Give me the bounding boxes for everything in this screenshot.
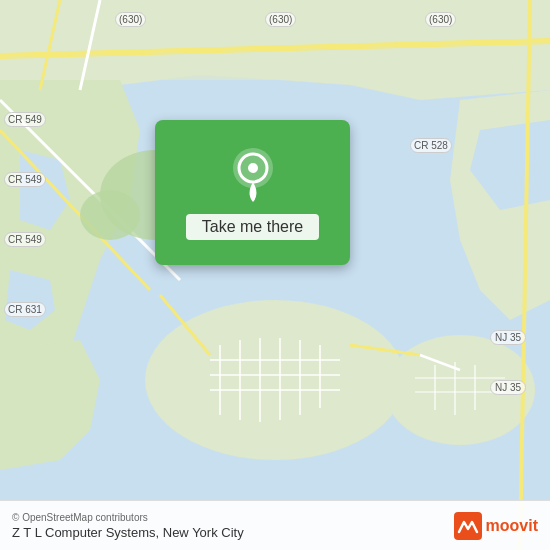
road-label-nj35-2: NJ 35 [490, 330, 526, 345]
map-container: CR 549 CR 549 CR 549 CR 631 CR 528 (630)… [0, 0, 550, 550]
road-label-cr549-1: CR 549 [4, 112, 46, 127]
road-label-cr528: CR 528 [410, 138, 452, 153]
moovit-logo-icon [454, 512, 482, 540]
road-label-630-2: (630) [265, 12, 296, 27]
location-name: Z T L Computer Systems, New York City [12, 525, 244, 540]
take-me-there-button[interactable]: Take me there [155, 120, 350, 265]
location-pin-icon [228, 146, 278, 206]
svg-point-39 [248, 163, 258, 173]
bottom-bar: © OpenStreetMap contributors Z T L Compu… [0, 500, 550, 550]
road-label-630-1: (630) [115, 12, 146, 27]
road-label-cr631: CR 631 [4, 302, 46, 317]
moovit-text: moovit [486, 517, 538, 535]
svg-rect-40 [454, 512, 482, 540]
road-label-cr549-2: CR 549 [4, 172, 46, 187]
map-svg [0, 0, 550, 550]
moovit-logo: moovit [454, 512, 538, 540]
road-label-630-3: (630) [425, 12, 456, 27]
svg-point-36 [80, 190, 140, 240]
attribution-text: © OpenStreetMap contributors [12, 512, 244, 523]
road-label-nj35-1: NJ 35 [490, 380, 526, 395]
road-label-cr549-3: CR 549 [4, 232, 46, 247]
action-button-label: Take me there [186, 214, 319, 240]
